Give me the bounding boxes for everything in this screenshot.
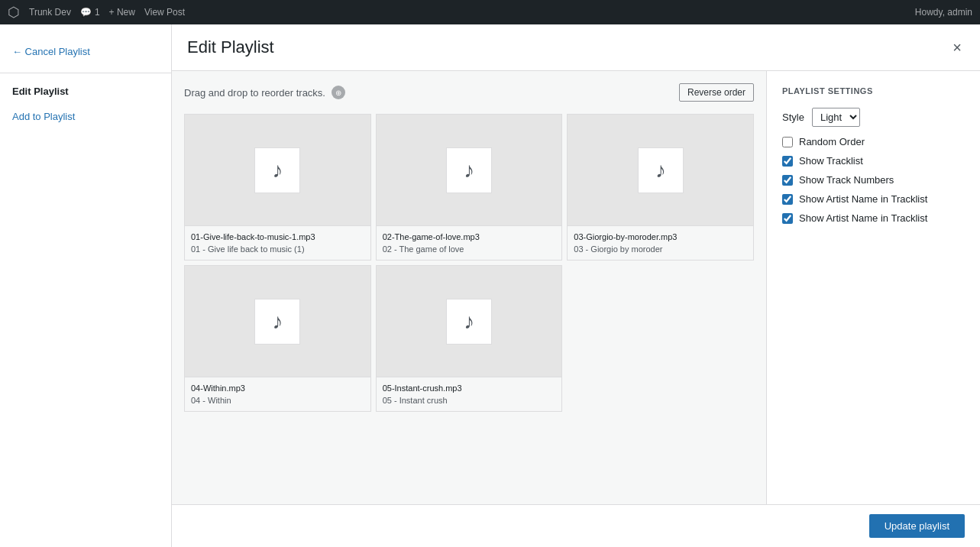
track-info-3: 03-Giorgio-by-moroder.mp3 03 - Giorgio b… bbox=[568, 225, 753, 260]
track-filename-2: 02-The-game-of-love.mp3 bbox=[383, 232, 556, 241]
style-row: Style Light Dark bbox=[782, 108, 965, 127]
show-tracklist-checkbox[interactable] bbox=[782, 156, 793, 167]
media-left-panel: ← Cancel Playlist Edit Playlist Add to P… bbox=[0, 24, 172, 547]
music-note-icon-1: ♪ bbox=[254, 147, 300, 193]
track-thumbnail-5: ♪ bbox=[377, 266, 562, 377]
style-label: Style bbox=[782, 112, 804, 123]
track-title-3: 03 - Giorgio by moroder bbox=[574, 244, 747, 254]
track-title-4: 04 - Within bbox=[191, 396, 364, 405]
update-playlist-button[interactable]: Update playlist bbox=[869, 514, 965, 538]
settings-panel: PLAYLIST SETTINGS Style Light Dark Rando… bbox=[766, 71, 980, 504]
modal-main: Edit Playlist × Drag and drop to reorder… bbox=[172, 24, 980, 547]
modal-close-button[interactable]: × bbox=[949, 37, 965, 58]
modal-header: Edit Playlist × bbox=[172, 24, 980, 71]
cancel-playlist-link[interactable]: ← Cancel Playlist bbox=[0, 40, 171, 73]
track-thumbnail-4: ♪ bbox=[185, 266, 370, 377]
track-card-2[interactable]: ♪ 02-The-game-of-love.mp3 02 - The game … bbox=[376, 114, 563, 261]
track-title-5: 05 - Instant crush bbox=[383, 396, 556, 405]
show-track-numbers-label: Show Track Numbers bbox=[799, 174, 894, 186]
tracks-toolbar: Drag and drop to reorder tracks. ⊕ Rever… bbox=[184, 83, 754, 102]
random-order-checkbox[interactable] bbox=[782, 137, 793, 147]
modal-footer: Update playlist bbox=[172, 504, 980, 547]
drag-text: Drag and drop to reorder tracks. bbox=[184, 87, 325, 99]
add-to-playlist-link[interactable]: Add to Playlist bbox=[0, 106, 171, 127]
track-info-4: 04-Within.mp3 04 - Within bbox=[185, 377, 370, 411]
track-info-2: 02-The-game-of-love.mp3 02 - The game of… bbox=[377, 225, 562, 260]
comments-link[interactable]: 💬 1 bbox=[80, 7, 100, 18]
music-note-icon-5: ♪ bbox=[446, 299, 492, 345]
howdy-text: Howdy, admin bbox=[915, 7, 972, 18]
drag-text-container: Drag and drop to reorder tracks. ⊕ bbox=[184, 86, 345, 99]
track-thumbnail-1: ♪ bbox=[185, 115, 370, 225]
new-content-link[interactable]: + New bbox=[109, 7, 135, 18]
admin-bar: ⬡ Trunk Dev 💬 1 + New View Post Howdy, a… bbox=[0, 0, 980, 24]
music-note-icon-2: ♪ bbox=[446, 147, 492, 193]
tracks-grid: ♪ 01-Give-life-back-to-music-1.mp3 01 - … bbox=[184, 114, 754, 412]
checkbox-random-order: Random Order bbox=[782, 136, 965, 147]
music-note-icon-4: ♪ bbox=[254, 299, 300, 345]
track-card-4[interactable]: ♪ 04-Within.mp3 04 - Within bbox=[184, 265, 371, 412]
view-post-link[interactable]: View Post bbox=[144, 7, 185, 18]
track-card-5[interactable]: ♪ 05-Instant-crush.mp3 05 - Instant crus… bbox=[376, 265, 563, 412]
track-info-1: 01-Give-life-back-to-music-1.mp3 01 - Gi… bbox=[185, 225, 370, 260]
reverse-order-button[interactable]: Reverse order bbox=[679, 83, 754, 102]
checkbox-show-tracklist: Show Tracklist bbox=[782, 155, 965, 167]
music-note-icon-3: ♪ bbox=[638, 147, 684, 193]
show-artist-name-checkbox-2[interactable] bbox=[782, 213, 793, 224]
show-track-numbers-checkbox[interactable] bbox=[782, 175, 793, 186]
modal-title: Edit Playlist bbox=[187, 37, 274, 57]
site-name[interactable]: Trunk Dev bbox=[29, 7, 71, 18]
track-title-1: 01 - Give life back to music (1) bbox=[191, 244, 364, 254]
tracks-area: Drag and drop to reorder tracks. ⊕ Rever… bbox=[172, 71, 766, 504]
checkbox-show-artist-name-1: Show Artist Name in Tracklist bbox=[782, 193, 965, 205]
show-artist-name-label-1: Show Artist Name in Tracklist bbox=[799, 193, 927, 205]
modal-content: Drag and drop to reorder tracks. ⊕ Rever… bbox=[172, 71, 980, 504]
edit-playlist-heading: Edit Playlist bbox=[0, 86, 171, 106]
track-filename-1: 01-Give-life-back-to-music-1.mp3 bbox=[191, 232, 364, 241]
checkbox-show-track-numbers: Show Track Numbers bbox=[782, 174, 965, 186]
show-artist-name-label-2: Show Artist Name in Tracklist bbox=[799, 212, 927, 224]
wp-logo-icon: ⬡ bbox=[8, 4, 20, 21]
show-artist-name-checkbox-1[interactable] bbox=[782, 194, 793, 205]
track-filename-3: 03-Giorgio-by-moroder.mp3 bbox=[574, 232, 747, 241]
settings-section-title: PLAYLIST SETTINGS bbox=[782, 86, 965, 95]
modal-overlay: ← Cancel Playlist Edit Playlist Add to P… bbox=[0, 24, 980, 547]
track-title-2: 02 - The game of love bbox=[383, 244, 556, 254]
track-card-1[interactable]: ♪ 01-Give-life-back-to-music-1.mp3 01 - … bbox=[184, 114, 371, 261]
checkbox-show-artist-name-2: Show Artist Name in Tracklist bbox=[782, 212, 965, 224]
drag-handle-icon: ⊕ bbox=[332, 86, 345, 99]
track-thumbnail-2: ♪ bbox=[377, 115, 562, 225]
track-info-5: 05-Instant-crush.mp3 05 - Instant crush bbox=[377, 377, 562, 411]
style-select[interactable]: Light Dark bbox=[812, 108, 860, 127]
main-layout: ⊞ ✦ ▤ 💬 👤 🔧 ⚙ ◀ ← Cancel Playlist Edit P… bbox=[0, 24, 980, 547]
random-order-label: Random Order bbox=[799, 136, 865, 147]
track-card-3[interactable]: ♪ 03-Giorgio-by-moroder.mp3 03 - Giorgio… bbox=[567, 114, 754, 261]
track-thumbnail-3: ♪ bbox=[568, 115, 753, 225]
show-tracklist-label: Show Tracklist bbox=[799, 155, 863, 167]
track-filename-5: 05-Instant-crush.mp3 bbox=[383, 384, 556, 393]
track-filename-4: 04-Within.mp3 bbox=[191, 384, 364, 393]
